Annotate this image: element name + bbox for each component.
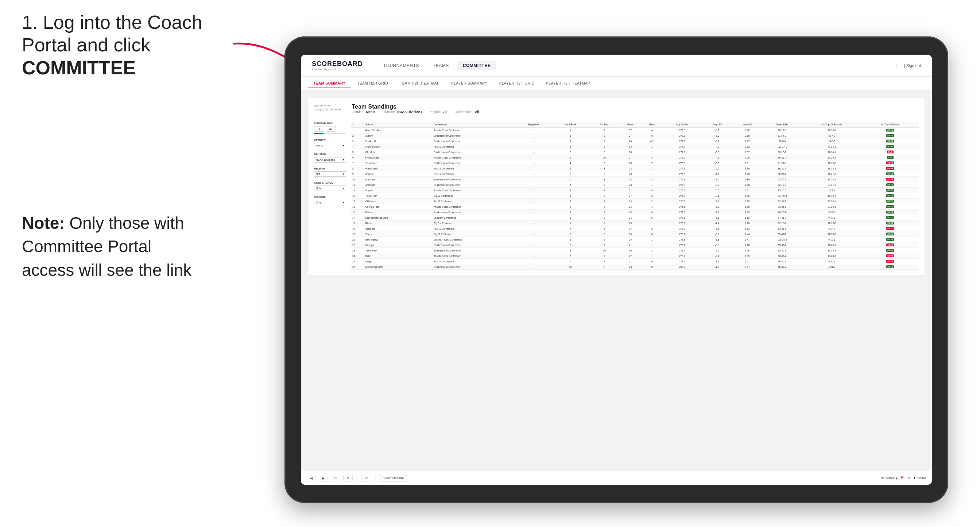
col-school: School: [364, 122, 433, 127]
data-table-wrapper: # School Conference Reg Rank Conf Rank N…: [351, 122, 919, 270]
table-row: 4 Arizona State Pac-12 Conference — 1 9 …: [351, 144, 919, 149]
cell-conf: Southeastern Conference: [433, 264, 516, 270]
col-low-sg: Low SG: [732, 122, 762, 127]
toolbar-bookmark[interactable]: ⊕: [343, 475, 353, 481]
cell-sg: -5.1: [702, 215, 732, 221]
cell-sg: -6.0: [702, 166, 732, 171]
cell-conf: Atlantic Coast Conference: [433, 188, 516, 193]
cell-sg: -6.2: [702, 204, 732, 210]
filter-gender: Gender: Men's: [352, 110, 375, 114]
cell-adj: 274.3: [663, 138, 702, 144]
cell-conf: Southeastern Conference: [433, 210, 516, 215]
cell-school: Mississippi State: [364, 264, 433, 270]
cell-no-tour: 8: [589, 138, 619, 144]
sub-nav-team-summary[interactable]: TEAM SUMMARY: [308, 80, 350, 87]
cell-adj: 280.7: [663, 264, 702, 270]
cell-rank: 2: [351, 133, 364, 138]
cell-adj: 278.9: [663, 237, 702, 242]
table-row: 8 Washington Pac-12 Conference — 2 8 23 …: [351, 166, 919, 171]
cell-no-tour: 9: [589, 210, 619, 215]
cell-school: Ole Miss: [364, 149, 433, 155]
toolbar-expand[interactable]: ⤢: [907, 476, 910, 480]
cell-conf: Atlantic Coast Conference: [433, 155, 516, 160]
sub-nav-team-h2h-grid[interactable]: TEAM H2H GRID: [352, 80, 393, 87]
cell-overall: 100-27-1: [762, 144, 802, 149]
cell-vs25: 33-25-2: [802, 155, 861, 160]
card-header: Update time: 27/03/2024 16:56:26 Team St…: [314, 103, 919, 117]
table-row: 5 Ole Miss Southeastern Conference — 3 6…: [351, 149, 919, 155]
sub-nav-player-h2h-grid[interactable]: PLAYER H2H GRID: [494, 80, 540, 87]
toolbar-watch[interactable]: 👁Watch▾: [881, 476, 897, 480]
cell-adj: 274.2: [663, 144, 702, 149]
toolbar-forward[interactable]: ▶: [319, 475, 328, 481]
cell-rank: 8: [351, 166, 364, 171]
sub-nav-player-h2h-heatmap[interactable]: PLAYER H2H HEATMAP: [541, 80, 595, 87]
cell-vs25: 15-32-2: [802, 193, 861, 198]
cell-reg-rank: —: [516, 226, 552, 232]
cell-conf-rank: 4: [552, 160, 589, 166]
cell-wins: 1: [641, 144, 662, 149]
cell-rank: 19: [351, 226, 364, 232]
cell-adj: 278.7: [663, 232, 702, 237]
min-rounds-max[interactable]: 30: [326, 126, 336, 132]
cell-vs25: 12-13-0: [802, 221, 861, 226]
cell-school: East Tennessee State: [364, 215, 433, 221]
cell-wins: 4: [641, 127, 662, 133]
nav-item-tournaments[interactable]: TOURNAMENTS: [377, 61, 425, 70]
min-rounds-slider[interactable]: [314, 133, 346, 134]
cell-rnds: 23: [619, 221, 641, 226]
toolbar-reload[interactable]: ↻: [331, 475, 340, 481]
cell-vs25: 11-29-1: [802, 242, 861, 248]
cell-rank: 20: [351, 232, 364, 237]
cell-rnds: 27: [619, 127, 641, 133]
cell-overall: 60-39-2: [762, 264, 802, 270]
cell-conf: Southeastern Conference: [433, 242, 516, 248]
cell-avg-sg: 2.88: [732, 133, 762, 138]
cell-avg-sg: 2.01: [732, 188, 762, 193]
sub-nav-team-h2h-heatmap[interactable]: TEAM H2H HEATMAP: [395, 80, 445, 87]
nav-item-committee[interactable]: COMMITTEE: [457, 61, 497, 70]
cell-rnds: 24: [619, 215, 641, 221]
gender-select[interactable]: Men's ▾: [314, 143, 346, 148]
cell-no-tour: 9: [589, 237, 619, 242]
content-card: Update time: 27/03/2024 16:56:26 Team St…: [308, 98, 924, 276]
region-select[interactable]: N/A ▾: [314, 171, 346, 177]
nav-item-teams[interactable]: TEAMS: [427, 61, 455, 70]
cell-pts: 68.27: [861, 226, 919, 232]
toolbar-share[interactable]: ⬆Share: [913, 476, 926, 480]
min-rounds-slider-fill: [314, 133, 323, 134]
cell-no-tour: 6: [589, 149, 619, 155]
cell-pts: 80.91: [861, 232, 919, 237]
cell-rank: 10: [351, 177, 364, 182]
cell-sg: -3.9: [702, 198, 732, 204]
toolbar-back[interactable]: ◀: [307, 475, 316, 481]
cell-rnds: 23: [619, 264, 641, 270]
cell-wins: 1: [641, 182, 662, 188]
division-select[interactable]: NCAA Division I ▾: [314, 157, 346, 162]
sub-nav-player-summary[interactable]: PLAYER SUMMARY: [446, 80, 492, 87]
toolbar-clock[interactable]: ⏱: [361, 475, 371, 481]
school-select[interactable]: (All) ▾: [314, 200, 346, 205]
cell-school: Tennessee: [364, 160, 433, 166]
table-row: 10 Alabama Southeastern Conference — 5 8…: [351, 177, 919, 182]
toolbar-flag[interactable]: 🚩: [900, 476, 905, 480]
cell-pts: 80.13: [861, 171, 919, 177]
region-label: Region: [314, 167, 346, 170]
cell-no-tour: 10: [589, 155, 619, 160]
conference-select[interactable]: (All) ▾: [314, 186, 346, 191]
cell-overall: 59-41-1: [762, 232, 802, 237]
cell-overall: 86-25-1: [762, 166, 802, 171]
min-rounds-min[interactable]: 4: [314, 126, 324, 132]
cell-rank: 25: [351, 259, 364, 264]
standings-table: # School Conference Reg Rank Conf Rank N…: [351, 122, 919, 270]
cell-overall: 88-17-0: [762, 127, 802, 133]
cell-overall: 83-25-1: [762, 226, 802, 232]
logo-scoreboard: SCOREBOARD: [312, 60, 363, 68]
instruction-area: 1. Log into the Coach Portal and click C…: [22, 11, 234, 79]
cell-conf-rank: 1: [552, 221, 589, 226]
cell-rnds: 21: [619, 188, 641, 193]
sign-out[interactable]: | Sign out: [896, 63, 921, 68]
cell-sg: -1.8: [702, 264, 732, 270]
cell-no-tour: 8: [589, 188, 619, 193]
toolbar-view[interactable]: View: Original: [380, 475, 407, 481]
